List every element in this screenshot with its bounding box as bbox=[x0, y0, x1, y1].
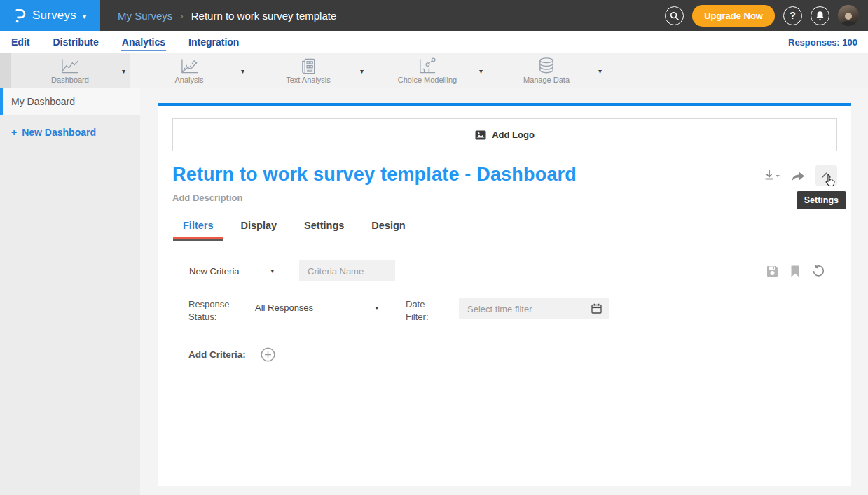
analysis-caret-down-icon[interactable]: ▾ bbox=[241, 67, 244, 74]
tab-display[interactable]: Display bbox=[240, 220, 279, 239]
toolbar-item-analysis[interactable]: Analysis ▾ bbox=[130, 53, 249, 88]
new-dashboard-label: New Dashboard bbox=[22, 127, 96, 138]
response-status-dropdown[interactable]: All Responses ▾ bbox=[255, 302, 378, 313]
dashboard-caret-down-icon[interactable]: ▾ bbox=[122, 67, 125, 74]
add-criteria-row: Add Criteria: bbox=[188, 347, 837, 362]
help-button[interactable]: ? bbox=[783, 6, 802, 25]
tab-distribute[interactable]: Distribute bbox=[52, 33, 99, 51]
survey-nav-bar: Edit Distribute Analytics Integration Re… bbox=[0, 31, 868, 53]
add-description-button[interactable]: Add Description bbox=[172, 193, 837, 203]
scatter-chart-icon bbox=[415, 57, 439, 75]
breadcrumb-my-surveys[interactable]: My Surveys bbox=[118, 10, 172, 22]
collapse-settings-button[interactable]: Settings bbox=[815, 165, 837, 186]
toolbar-left-strip bbox=[0, 53, 11, 88]
share-forward-icon bbox=[790, 169, 806, 182]
toolbar-item-choice-modelling[interactable]: Choice Modelling ▾ bbox=[368, 53, 487, 88]
upgrade-now-button[interactable]: Upgrade Now bbox=[692, 5, 775, 27]
date-filter-label: Date Filter: bbox=[406, 298, 449, 323]
manage-data-caret-down-icon[interactable]: ▾ bbox=[598, 67, 602, 74]
dashboard-sidebar: My Dashboard + New Dashboard bbox=[0, 88, 140, 495]
avatar-silhouette-icon bbox=[840, 12, 857, 26]
breadcrumb-current-survey: Return to work survey template bbox=[191, 10, 337, 22]
dashboard-card: Add Logo Return to work survey template … bbox=[158, 103, 851, 486]
sidebar-item-label: My Dashboard bbox=[11, 96, 75, 107]
toolbar-item-manage-data[interactable]: Manage Data ▾ bbox=[487, 53, 606, 88]
date-filter-field bbox=[459, 298, 609, 319]
bookmark-icon bbox=[790, 265, 800, 277]
filters-bottom-divider bbox=[181, 377, 830, 377]
responses-count: Responses: 100 bbox=[788, 37, 857, 48]
tab-settings[interactable]: Settings bbox=[303, 220, 345, 239]
workspace: My Dashboard + New Dashboard Add Logo Re… bbox=[0, 88, 868, 495]
dashboard-actions: Settings bbox=[764, 164, 837, 186]
response-status-value: All Responses bbox=[255, 302, 313, 313]
notifications-button[interactable] bbox=[811, 6, 829, 25]
dashboard-settings-tabs: Filters Display Settings Design bbox=[181, 220, 837, 239]
toolbar-item-label: Choice Modelling bbox=[398, 76, 457, 84]
criteria-caret-down-icon: ▾ bbox=[270, 267, 274, 274]
criteria-actions bbox=[766, 265, 825, 277]
share-button[interactable] bbox=[790, 169, 806, 182]
tab-design-label: Design bbox=[371, 220, 405, 231]
tabs-divider bbox=[181, 242, 830, 242]
response-filter-row: Response Status: All Responses ▾ Date Fi… bbox=[181, 298, 837, 323]
toolbar-item-text-analysis[interactable]: Text Analysis ▾ bbox=[249, 53, 368, 88]
tab-integration[interactable]: Integration bbox=[188, 33, 240, 51]
choice-modelling-caret-down-icon[interactable]: ▾ bbox=[479, 67, 483, 74]
dashboard-title[interactable]: Return to work survey template - Dashboa… bbox=[172, 164, 577, 186]
toolbar-item-dashboard[interactable]: Dashboard ▾ bbox=[11, 53, 130, 88]
analytics-toolbar: Dashboard ▾ Analysis ▾ bbox=[0, 53, 868, 88]
criteria-dropdown[interactable]: New Criteria ▾ bbox=[181, 266, 274, 277]
app-logo-button[interactable]: Surveys ▾ bbox=[0, 0, 100, 31]
proprofs-p-icon bbox=[14, 8, 26, 24]
user-avatar[interactable] bbox=[838, 5, 859, 26]
tab-design[interactable]: Design bbox=[370, 220, 406, 239]
save-criteria-button[interactable] bbox=[766, 265, 778, 277]
settings-tooltip: Settings bbox=[797, 191, 846, 209]
download-icon bbox=[764, 169, 780, 183]
add-criteria-label: Add Criteria: bbox=[188, 349, 246, 360]
tab-edit[interactable]: Edit bbox=[11, 33, 30, 51]
add-logo-button[interactable]: Add Logo bbox=[172, 118, 837, 151]
question-mark-icon: ? bbox=[790, 10, 796, 21]
reset-criteria-button[interactable] bbox=[812, 265, 825, 277]
add-criteria-button[interactable] bbox=[261, 347, 275, 362]
bell-icon bbox=[815, 11, 825, 20]
time-filter-input[interactable] bbox=[459, 298, 609, 319]
product-name: Surveys bbox=[32, 8, 76, 22]
database-icon bbox=[536, 57, 557, 75]
tab-filters-label: Filters bbox=[183, 220, 214, 231]
document-icon bbox=[298, 57, 318, 75]
sidebar-item-my-dashboard[interactable]: My Dashboard bbox=[0, 88, 140, 115]
add-logo-label: Add Logo bbox=[492, 130, 535, 140]
plus-circle-icon bbox=[261, 347, 275, 362]
toolbar-item-label: Dashboard bbox=[51, 76, 89, 84]
tab-analytics[interactable]: Analytics bbox=[121, 33, 166, 51]
dashboard-main: Add Logo Return to work survey template … bbox=[140, 88, 868, 495]
bookmark-criteria-button[interactable] bbox=[790, 265, 800, 277]
response-status-label: Response Status: bbox=[181, 298, 235, 323]
refresh-icon bbox=[812, 265, 825, 277]
search-icon bbox=[670, 11, 679, 20]
trend-chart-icon bbox=[178, 57, 201, 75]
text-analysis-caret-down-icon[interactable]: ▾ bbox=[360, 67, 364, 74]
toolbar-item-label: Text Analysis bbox=[286, 76, 331, 84]
breadcrumb: My Surveys › Return to work survey templ… bbox=[118, 10, 336, 22]
image-icon bbox=[475, 130, 486, 140]
dashboard-header: Return to work survey template - Dashboa… bbox=[172, 164, 837, 186]
product-caret-down-icon: ▾ bbox=[83, 13, 86, 20]
toolbar-item-label: Manage Data bbox=[523, 76, 570, 84]
toolbar-item-label: Analysis bbox=[175, 76, 204, 84]
tab-filters[interactable]: Filters bbox=[181, 220, 215, 239]
active-tab-indicator bbox=[173, 237, 223, 241]
download-button[interactable] bbox=[764, 169, 780, 183]
response-status-caret-down-icon: ▾ bbox=[375, 305, 378, 312]
search-button[interactable] bbox=[665, 6, 684, 25]
criteria-name-input[interactable] bbox=[299, 260, 395, 281]
new-dashboard-button[interactable]: + New Dashboard bbox=[0, 115, 140, 150]
save-icon bbox=[766, 265, 778, 277]
mouse-cursor-hand-icon bbox=[823, 174, 836, 191]
top-bar: Surveys ▾ My Surveys › Return to work su… bbox=[0, 0, 868, 31]
tab-settings-label: Settings bbox=[304, 220, 344, 231]
topbar-actions: Upgrade Now ? bbox=[665, 5, 868, 27]
